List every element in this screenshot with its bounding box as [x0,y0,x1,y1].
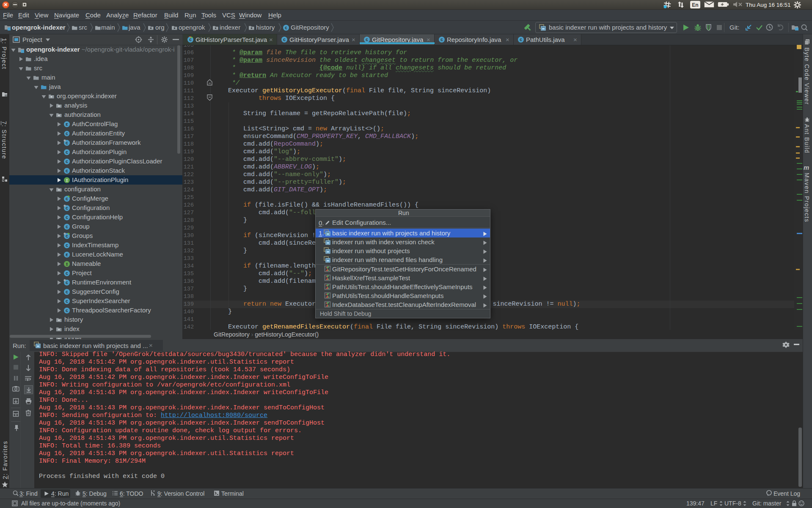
svg-text:C: C [66,206,68,211]
svg-text:C: C [66,169,68,174]
svg-text:I: I [66,178,68,183]
svg-text:C: C [66,234,68,239]
svg-text:C: C [66,197,68,202]
svg-text:C: C [66,271,68,276]
svg-text:C: C [66,309,68,313]
svg-text:C: C [66,132,68,136]
svg-text:En: En [692,2,698,8]
svg-text:E: E [66,253,68,257]
svg-text:C: C [66,160,68,164]
svg-text:I: I [66,262,68,267]
svg-text:C: C [66,281,68,285]
svg-text:C: C [285,26,287,30]
svg-text:C: C [283,38,286,42]
svg-text:C: C [66,150,68,155]
svg-text:E: E [66,122,68,127]
svg-text:C: C [66,141,68,146]
svg-text:C: C [66,215,68,220]
svg-text:C: C [366,38,368,42]
svg-text:C: C [66,299,68,304]
svg-text:C: C [66,290,68,295]
svg-text:C: C [66,243,68,248]
svg-text:C: C [520,38,522,42]
svg-text:C: C [440,38,443,42]
svg-text:C: C [66,225,68,229]
